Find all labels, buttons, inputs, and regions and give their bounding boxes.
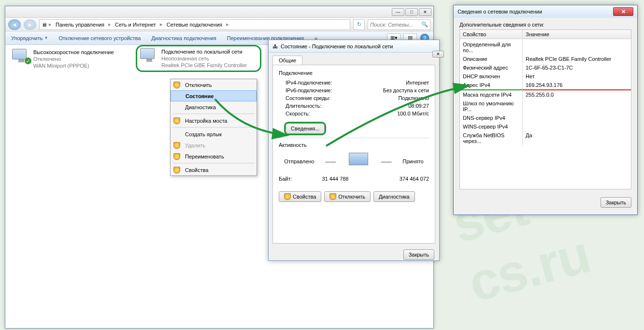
detail-row[interactable]: DHCP включенНет: [460, 72, 631, 81]
computer-icon: 🖥: [42, 22, 47, 28]
back-button[interactable]: ◄: [8, 19, 21, 30]
detail-key: DNS-сервер IPv4: [460, 114, 523, 122]
check-icon: ✓: [25, 57, 31, 64]
disable-button[interactable]: Отключить: [324, 191, 371, 202]
properties-button[interactable]: Свойства: [279, 191, 321, 202]
search-icon: 🔍: [421, 21, 428, 28]
shield-icon: [173, 153, 180, 160]
detail-value: [523, 114, 631, 122]
network-icon: 🖧: [272, 43, 278, 49]
separator: [172, 163, 255, 163]
chevron-right-icon: ▸: [108, 21, 111, 28]
connection-adapter: WAN Miniport (PPPOE): [33, 62, 114, 69]
diagnose-button[interactable]: Диагностика подключения: [149, 34, 218, 42]
bc-control-panel[interactable]: Панель управления: [54, 22, 106, 28]
connection-wan[interactable]: ✓ Высокоскоростное подключение Отключено…: [9, 47, 130, 71]
detail-value: [523, 122, 631, 131]
column-value[interactable]: Значение: [523, 30, 631, 39]
detail-key: Физический адрес: [460, 63, 523, 72]
ctx-disable[interactable]: Отключить: [171, 79, 257, 90]
detail-row[interactable]: Маска подсети IPv4255.255.0.0: [460, 90, 631, 99]
connection-lan[interactable]: Подключение по локальной сети Неопознанн…: [136, 45, 261, 72]
connection-title: Подключение по локальной сети: [161, 48, 247, 55]
forward-button[interactable]: ►: [24, 19, 36, 30]
ctx-delete[interactable]: Удалить: [171, 140, 257, 151]
ctx-bridge[interactable]: Настройка моста: [171, 115, 257, 126]
activity-icon: [347, 153, 370, 170]
shield-icon: [284, 193, 291, 200]
connection-adapter: Realtek PCIe GBE Family Controller: [161, 62, 247, 69]
separator: [172, 114, 255, 114]
detail-key: Маска подсети IPv4: [460, 90, 523, 99]
duration-label: Длительность:: [286, 103, 321, 109]
detail-value: Нет: [523, 72, 631, 81]
separator: [172, 127, 255, 128]
detail-row[interactable]: Адрес IPv4169.254.93.176: [460, 81, 631, 90]
dialog-title: Сведения о сетевом подключении ✕: [454, 5, 637, 18]
ctx-shortcut[interactable]: Создать ярлык: [171, 129, 257, 140]
diagnose-button[interactable]: Диагностика: [373, 191, 415, 202]
close-button[interactable]: Закрыть: [403, 249, 434, 260]
connection-icon: [140, 48, 158, 67]
ctx-diagnose[interactable]: Диагностика: [171, 101, 257, 113]
detail-value: 255.255.0.0: [523, 90, 631, 99]
ipv6-value: Без доступа к сети: [383, 87, 429, 93]
media-label: Состояние среды:: [286, 95, 330, 101]
close-button[interactable]: ✕: [419, 8, 431, 16]
organize-button[interactable]: Упорядочить▼: [9, 34, 50, 42]
detail-key: Описание: [460, 55, 523, 63]
close-button[interactable]: ✕: [613, 7, 633, 16]
detail-value: [523, 99, 631, 114]
refresh-button[interactable]: ↻: [353, 19, 365, 30]
titlebar: — □ ✕: [5, 6, 433, 18]
detail-row[interactable]: Служба NetBIOS через...Да: [460, 131, 631, 145]
received-label: Принято: [402, 158, 423, 164]
media-value: Подключено: [398, 95, 429, 101]
column-property[interactable]: Свойство: [460, 30, 523, 39]
detail-row[interactable]: Определенный для по...: [460, 40, 631, 55]
bc-network-internet[interactable]: Сеть и Интернет: [113, 22, 158, 28]
bc-network-connections[interactable]: Сетевые подключения: [165, 22, 224, 28]
details-list: Свойство Значение Определенный для по...…: [459, 29, 631, 189]
connection-icon: ✓: [12, 49, 30, 67]
detail-row[interactable]: ОписаниеRealtek PCIe GBE Family Controll…: [460, 55, 631, 63]
close-button[interactable]: Закрыть: [601, 197, 631, 208]
detail-value: Да: [523, 131, 631, 145]
maximize-button[interactable]: □: [405, 8, 418, 16]
ctx-rename[interactable]: Переименовать: [171, 151, 257, 162]
chevron-right-icon: ▸: [49, 21, 52, 28]
shield-icon: [173, 117, 180, 124]
details-label: Дополнительные сведения о сети:: [459, 22, 631, 28]
duration-value: 08:09:27: [408, 103, 429, 109]
connection-status: Неопознанная сеть: [161, 55, 247, 62]
dash: ——: [325, 158, 336, 164]
ctx-status[interactable]: Состояние: [171, 90, 257, 101]
detail-row[interactable]: WINS-сервер IPv4: [460, 122, 631, 131]
ipv4-value: Интернет: [406, 80, 429, 86]
search-input[interactable]: [370, 22, 421, 28]
detail-row[interactable]: Физический адрес1C-6F-65-23-C1-7C: [460, 63, 631, 72]
detail-row[interactable]: DNS-сервер IPv4: [460, 114, 631, 122]
detail-value: 169.254.93.176: [523, 81, 631, 90]
bytes-received: 374 464 072: [400, 176, 429, 182]
section-activity: Активность: [279, 142, 429, 148]
disable-device-button[interactable]: Отключение сетевого устройства: [57, 34, 143, 42]
details-button[interactable]: Сведения...: [286, 123, 325, 134]
minimize-button[interactable]: —: [392, 8, 404, 16]
dash: ——: [381, 158, 392, 164]
detail-key: Определенный для по...: [460, 40, 523, 55]
ctx-properties[interactable]: Свойства: [171, 164, 257, 175]
shield-icon: [173, 142, 180, 149]
search-box[interactable]: 🔍: [368, 19, 430, 30]
detail-value: [523, 40, 631, 55]
shield-icon: [329, 193, 336, 200]
ipv6-label: IPv6-подключение:: [286, 87, 332, 93]
shield-icon: [173, 167, 180, 173]
detail-row[interactable]: Шлюз по умолчанию IP...: [460, 99, 631, 114]
tab-general[interactable]: Общие: [272, 56, 302, 65]
navbar: ◄ ► 🖥 ▸ Панель управления ▸ Сеть и Интер…: [5, 18, 433, 31]
shield-icon: [173, 82, 180, 88]
breadcrumb[interactable]: 🖥 ▸ Панель управления ▸ Сеть и Интернет …: [39, 19, 350, 30]
detail-key: Служба NetBIOS через...: [460, 131, 523, 145]
dialog-close-button[interactable]: ✕: [432, 51, 444, 57]
